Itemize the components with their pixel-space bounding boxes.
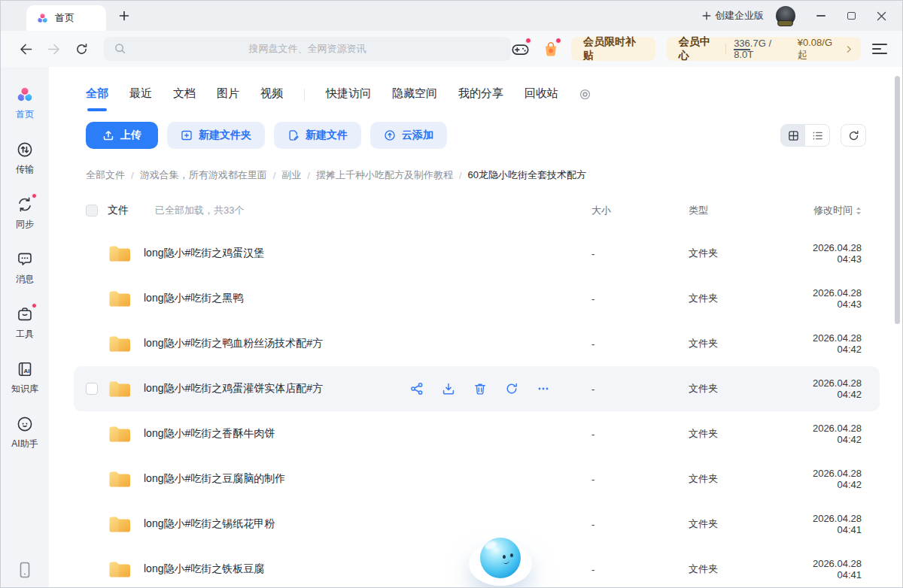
file-name[interactable]: long隐小#吃街之鸭血粉丝汤技术配#方 bbox=[144, 337, 323, 350]
sidebar: 首页 传输 bbox=[1, 67, 49, 588]
back-icon bbox=[20, 44, 32, 55]
sidebar-item-messages[interactable]: 消息 bbox=[15, 250, 35, 286]
table-row[interactable]: long隐小#吃街之鸡蛋灌饼实体店配#方 bbox=[74, 366, 880, 411]
tab-4[interactable]: 视频 bbox=[260, 86, 283, 102]
row-checkbox[interactable] bbox=[86, 383, 98, 395]
more-icon[interactable] bbox=[537, 382, 550, 396]
column-type[interactable]: 类型 bbox=[689, 204, 786, 217]
table-row[interactable]: long隐小#吃街之香酥牛肉饼 bbox=[74, 411, 880, 456]
download-icon[interactable] bbox=[442, 382, 455, 396]
tab-0[interactable]: 全部 bbox=[86, 86, 108, 102]
transfer-icon bbox=[15, 140, 35, 159]
games-button[interactable] bbox=[511, 39, 530, 59]
maximize-button[interactable] bbox=[836, 1, 866, 31]
tab-title: 首页 bbox=[55, 11, 74, 25]
breadcrumb-separator: / bbox=[131, 170, 134, 181]
toolbar: 搜网盘文件、全网资源资讯 会员限时补贴 会 bbox=[1, 31, 902, 67]
tab-8[interactable]: 回收站 bbox=[524, 86, 558, 102]
close-button[interactable] bbox=[866, 1, 896, 31]
sidebar-item-knowledge[interactable]: AI 知识库 bbox=[11, 359, 38, 396]
file-name[interactable]: long隐小#吃街之香酥牛肉饼 bbox=[144, 427, 275, 441]
file-type: 文件夹 bbox=[689, 472, 786, 486]
table-header: 文件 已全部加载，共33个 大小 类型 修改时间 bbox=[74, 200, 880, 221]
table-row[interactable]: long隐小#吃街之鸡蛋汉堡 bbox=[74, 231, 880, 276]
file-name[interactable]: long隐小#吃街之黑鸭 bbox=[144, 292, 243, 305]
file-name[interactable]: long隐小#吃街之鸡蛋汉堡 bbox=[144, 247, 264, 260]
breadcrumb-item[interactable]: 60龙隐小吃街全套技术配方 bbox=[468, 168, 586, 182]
notification-dot bbox=[32, 193, 37, 199]
refresh-list-button[interactable] bbox=[841, 124, 866, 147]
file-time: 2026.04.28 04:42 bbox=[786, 423, 862, 445]
breadcrumb-item[interactable]: 摆摊上千种小吃配方及制作教程 bbox=[316, 168, 453, 182]
member-center[interactable]: 会员中心 336.7G / 8.0T ¥0.08/G起 bbox=[667, 37, 861, 61]
column-modified[interactable]: 修改时间 bbox=[786, 204, 862, 217]
file-name[interactable]: long隐小#吃街之锡纸花甲粉 bbox=[144, 517, 275, 531]
list-view-button[interactable] bbox=[805, 125, 829, 146]
menu-button[interactable] bbox=[872, 44, 887, 54]
avatar[interactable] bbox=[776, 6, 795, 26]
tab-6[interactable]: 隐藏空间 bbox=[392, 86, 437, 102]
share-icon[interactable] bbox=[410, 382, 424, 396]
tab-7[interactable]: 我的分享 bbox=[458, 86, 503, 102]
forward-button[interactable] bbox=[44, 38, 64, 59]
breadcrumb-item[interactable]: 全部文件 bbox=[86, 168, 125, 182]
grid-view-button[interactable] bbox=[781, 125, 805, 146]
tab-2[interactable]: 文档 bbox=[173, 86, 196, 102]
scrollbar-thumb[interactable] bbox=[895, 76, 900, 324]
storage-usage[interactable]: 336.7G / 8.0T bbox=[734, 38, 790, 60]
new-file-button[interactable]: 新建文件 bbox=[274, 122, 361, 149]
sidebar-item-home[interactable]: 首页 bbox=[15, 85, 35, 121]
tab-1[interactable]: 最近 bbox=[129, 86, 152, 102]
select-all-checkbox[interactable] bbox=[86, 205, 98, 217]
new-folder-button[interactable]: 新建文件夹 bbox=[167, 122, 265, 149]
tab-3[interactable]: 图片 bbox=[217, 86, 239, 102]
breadcrumb-item[interactable]: 游戏合集，所有游戏都在里面 bbox=[140, 168, 267, 182]
file-size: - bbox=[591, 383, 689, 395]
file-size: - bbox=[591, 519, 689, 530]
back-button[interactable] bbox=[16, 38, 36, 59]
category-settings-icon[interactable] bbox=[579, 89, 591, 100]
file-name[interactable]: long隐小#吃街之豆腐脑的制作 bbox=[144, 472, 285, 486]
tab-5[interactable]: 快捷访问 bbox=[326, 86, 371, 102]
sidebar-item-ai-assistant[interactable]: AI助手 bbox=[11, 414, 38, 450]
folder-icon bbox=[108, 560, 131, 578]
column-size[interactable]: 大小 bbox=[591, 204, 689, 217]
member-center-label[interactable]: 会员中心 bbox=[679, 35, 719, 62]
minimize-button[interactable] bbox=[806, 1, 836, 31]
sync-icon[interactable] bbox=[505, 382, 518, 396]
rewards-button[interactable] bbox=[541, 39, 560, 59]
delete-icon[interactable] bbox=[473, 382, 487, 396]
mascot-face bbox=[480, 538, 521, 578]
new-tab-button[interactable] bbox=[117, 9, 131, 23]
file-time: 2026.04.28 04:43 bbox=[786, 287, 862, 310]
folder-icon bbox=[108, 244, 131, 262]
sidebar-item-tools[interactable]: 工具 bbox=[15, 305, 35, 341]
chevron-right-icon bbox=[847, 45, 852, 53]
mobile-app-button[interactable] bbox=[1, 562, 49, 578]
refresh-button[interactable] bbox=[71, 38, 92, 59]
folder-icon bbox=[108, 515, 131, 533]
table-row[interactable]: long隐小#吃街之黑鸭 bbox=[74, 276, 880, 321]
cloud-add-button[interactable]: 云添加 bbox=[370, 122, 447, 149]
file-time: 2026.04.28 04:42 bbox=[786, 377, 862, 400]
create-enterprise-button[interactable]: 创建企业版 bbox=[702, 9, 764, 23]
sidebar-item-transfer[interactable]: 传输 bbox=[15, 140, 35, 176]
vip-badge bbox=[777, 20, 793, 26]
upload-button[interactable]: 上传 bbox=[86, 122, 158, 149]
home-tab[interactable]: 首页 bbox=[26, 5, 106, 31]
storage-price[interactable]: ¥0.08/G起 bbox=[798, 37, 840, 62]
message-icon bbox=[15, 250, 35, 269]
file-name[interactable]: long隐小#吃街之鸡蛋灌饼实体店配#方 bbox=[144, 382, 323, 396]
member-subsidy-button[interactable]: 会员限时补贴 bbox=[571, 37, 655, 61]
file-name[interactable]: long隐小#吃街之铁板豆腐 bbox=[144, 562, 264, 576]
search-input[interactable]: 搜网盘文件、全网资源资讯 bbox=[104, 37, 511, 61]
file-type: 文件夹 bbox=[689, 337, 786, 350]
notification-dot bbox=[525, 38, 531, 44]
ai-assistant-ball[interactable] bbox=[464, 532, 537, 588]
breadcrumb-item[interactable]: 副业 bbox=[281, 168, 301, 182]
table-row[interactable]: long隐小#吃街之鸭血粉丝汤技术配#方 bbox=[74, 321, 880, 366]
cloud-add-icon bbox=[384, 129, 396, 141]
file-time: 2026.04.28 04:41 bbox=[786, 558, 862, 580]
sidebar-item-sync[interactable]: 同步 bbox=[15, 195, 35, 231]
table-row[interactable]: long隐小#吃街之豆腐脑的制作 bbox=[74, 456, 880, 502]
